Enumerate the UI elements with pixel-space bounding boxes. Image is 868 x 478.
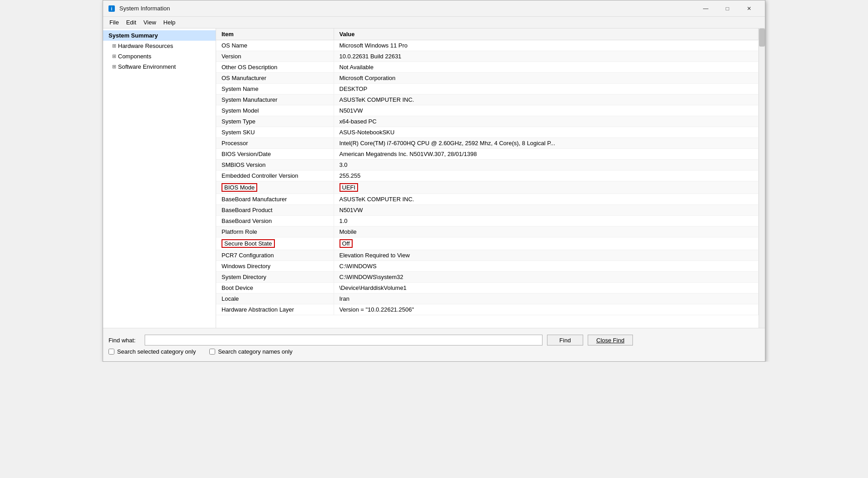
item-cell: Secure Boot State <box>216 237 334 250</box>
item-cell: SMBIOS Version <box>216 160 334 170</box>
value-cell: Off <box>334 237 759 250</box>
value-cell: ASUSTeK COMPUTER INC. <box>334 194 759 205</box>
value-cell: DESKTOP <box>334 84 759 95</box>
item-cell: System Manufacturer <box>216 95 334 105</box>
menu-edit[interactable]: Edit <box>123 18 140 27</box>
table-row: System DirectoryC:\WINDOWS\system32 <box>216 272 759 283</box>
find-input[interactable] <box>145 335 542 345</box>
table-row: Hardware Abstraction LayerVersion = "10.… <box>216 304 759 315</box>
item-cell: System Model <box>216 105 334 116</box>
checkbox-label-2[interactable]: Search category names only <box>209 348 292 355</box>
table-row: OS ManufacturerMicrosoft Corporation <box>216 73 759 84</box>
item-cell: BaseBoard Version <box>216 216 334 227</box>
value-cell: C:\WINDOWS <box>334 261 759 272</box>
item-cell: BIOS Version/Date <box>216 149 334 160</box>
item-cell: Other OS Description <box>216 62 334 73</box>
value-cell: 255.255 <box>334 170 759 181</box>
value-cell: Version = "10.0.22621.2506" <box>334 304 759 315</box>
col-header-value: Value <box>334 28 759 40</box>
menu-bar: File Edit View Help <box>103 17 765 28</box>
table-row: LocaleIran <box>216 293 759 304</box>
sidebar: System Summary ⊞ Hardware Resources ⊞ Co… <box>103 28 216 328</box>
table-row: System ModelN501VW <box>216 105 759 116</box>
hardware-resources-label: Hardware Resources <box>118 43 173 49</box>
value-cell: Microsoft Windows 11 Pro <box>334 40 759 51</box>
table-row: BaseBoard ManufacturerASUSTeK COMPUTER I… <box>216 194 759 205</box>
title-bar-left: i System Information <box>108 5 170 13</box>
value-cell: UEFI <box>334 181 759 194</box>
checkbox-2-text: Search category names only <box>218 348 292 355</box>
scrollbar-thumb[interactable] <box>759 28 765 47</box>
value-cell: Intel(R) Core(TM) i7-6700HQ CPU @ 2.60GH… <box>334 138 759 149</box>
item-cell: Version <box>216 51 334 62</box>
main-window: i System Information — □ ✕ File Edit Vie… <box>103 0 765 362</box>
data-panel: Item Value OS NameMicrosoft Windows 11 P… <box>216 28 759 328</box>
table-row: System SKUASUS-NotebookSKU <box>216 127 759 138</box>
item-cell: System Name <box>216 84 334 95</box>
checkbox-category-names[interactable] <box>209 349 215 355</box>
menu-file[interactable]: File <box>106 18 123 27</box>
main-content: System Summary ⊞ Hardware Resources ⊞ Co… <box>103 28 765 328</box>
table-row: ProcessorIntel(R) Core(TM) i7-6700HQ CPU… <box>216 138 759 149</box>
item-cell: OS Name <box>216 40 334 51</box>
value-cell: Microsoft Corporation <box>334 73 759 84</box>
find-row: Find what: Find Close Find <box>108 335 760 345</box>
table-row: System Typex64-based PC <box>216 116 759 127</box>
item-cell: Processor <box>216 138 334 149</box>
checkbox-row: Search selected category only Search cat… <box>108 348 760 355</box>
value-cell: American Megatrends Inc. N501VW.307, 28/… <box>334 149 759 160</box>
table-row: System NameDESKTOP <box>216 84 759 95</box>
close-button[interactable]: ✕ <box>739 2 760 15</box>
item-cell: PCR7 Configuration <box>216 250 334 261</box>
value-cell: ASUSTeK COMPUTER INC. <box>334 95 759 105</box>
minimize-button[interactable]: — <box>695 2 716 15</box>
item-cell: Hardware Abstraction Layer <box>216 304 334 315</box>
find-button[interactable]: Find <box>547 335 583 345</box>
title-bar: i System Information — □ ✕ <box>103 0 765 17</box>
value-cell: 10.0.22631 Build 22631 <box>334 51 759 62</box>
table-row: Secure Boot StateOff <box>216 237 759 250</box>
menu-help[interactable]: Help <box>160 18 179 27</box>
item-cell: System SKU <box>216 127 334 138</box>
expand-icon-components: ⊞ <box>112 53 116 59</box>
sidebar-item-software-environment[interactable]: ⊞ Software Environment <box>103 62 216 72</box>
value-cell: \Device\HarddiskVolume1 <box>334 283 759 293</box>
item-cell: Windows Directory <box>216 261 334 272</box>
system-info-table: Item Value OS NameMicrosoft Windows 11 P… <box>216 28 759 315</box>
components-label: Components <box>118 53 151 60</box>
value-cell: 3.0 <box>334 160 759 170</box>
app-icon: i <box>108 5 116 13</box>
right-panel: Item Value OS NameMicrosoft Windows 11 P… <box>216 28 765 328</box>
table-row: Other OS DescriptionNot Available <box>216 62 759 73</box>
sidebar-item-system-summary[interactable]: System Summary <box>103 30 216 41</box>
item-cell: Boot Device <box>216 283 334 293</box>
sidebar-item-hardware-resources[interactable]: ⊞ Hardware Resources <box>103 41 216 51</box>
table-row: SMBIOS Version3.0 <box>216 160 759 170</box>
value-cell: Elevation Required to View <box>334 250 759 261</box>
expand-icon-software: ⊞ <box>112 64 116 70</box>
scrollbar-track[interactable] <box>759 28 765 328</box>
menu-view[interactable]: View <box>140 18 160 27</box>
find-label: Find what: <box>108 337 140 344</box>
table-row: Version10.0.22631 Build 22631 <box>216 51 759 62</box>
value-cell: Mobile <box>334 227 759 237</box>
table-row: OS NameMicrosoft Windows 11 Pro <box>216 40 759 51</box>
value-cell: x64-based PC <box>334 116 759 127</box>
maximize-button[interactable]: □ <box>717 2 738 15</box>
value-cell: N501VW <box>334 205 759 216</box>
sidebar-item-components[interactable]: ⊞ Components <box>103 51 216 62</box>
title-controls: — □ ✕ <box>695 2 760 15</box>
value-cell: ASUS-NotebookSKU <box>334 127 759 138</box>
checkbox-label-1[interactable]: Search selected category only <box>108 348 196 355</box>
value-cell: Not Available <box>334 62 759 73</box>
checkbox-selected-category[interactable] <box>108 349 114 355</box>
close-find-button[interactable]: Close Find <box>588 335 633 345</box>
table-row: BIOS ModeUEFI <box>216 181 759 194</box>
checkbox-1-text: Search selected category only <box>117 348 196 355</box>
value-cell: Iran <box>334 293 759 304</box>
table-row: System ManufacturerASUSTeK COMPUTER INC. <box>216 95 759 105</box>
item-cell: System Type <box>216 116 334 127</box>
value-cell: N501VW <box>334 105 759 116</box>
window-title: System Information <box>119 5 170 12</box>
table-row: BaseBoard Version1.0 <box>216 216 759 227</box>
